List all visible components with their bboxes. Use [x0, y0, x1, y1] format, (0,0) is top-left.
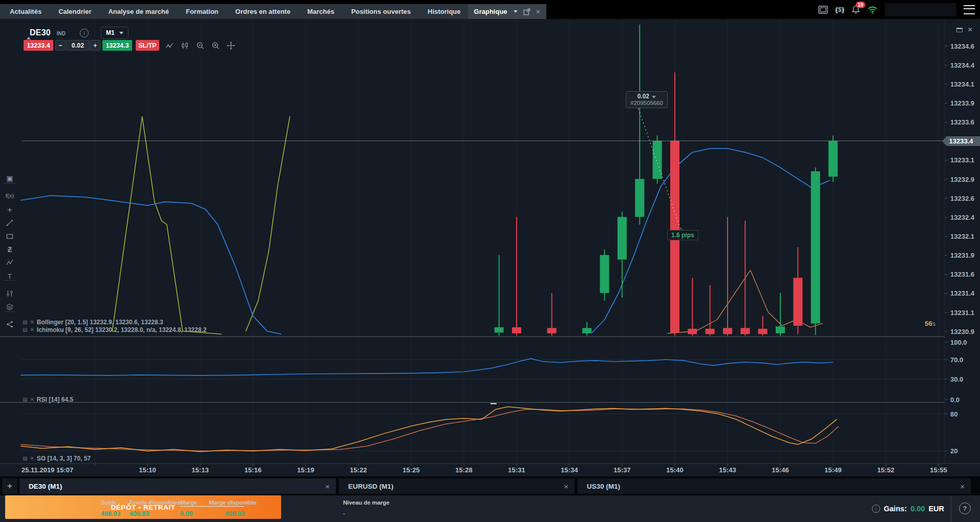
candle-countdown: 56s — [925, 320, 935, 327]
external-link-icon[interactable] — [523, 8, 531, 16]
top-bar: ActualitésCalendrierAnalyse de marchéFor… — [0, 0, 980, 19]
volume-decrease-button[interactable]: − — [55, 40, 66, 51]
payments-icon[interactable]: ⸨$⸩ — [835, 6, 844, 13]
stat-value: - — [343, 510, 390, 517]
oscillator-tick-label: 80 — [950, 410, 957, 418]
wifi-icon[interactable] — [867, 6, 878, 14]
order-tooltip[interactable]: 0.02 #209505660 — [626, 91, 668, 108]
info-icon[interactable]: i — [80, 29, 89, 37]
divider — [3, 280, 15, 281]
price-direction-icon — [27, 37, 31, 39]
chart-tab-eurusd-m1-[interactable]: EURUSD (M1)× — [339, 478, 574, 494]
nav-item-calendrier[interactable]: Calendrier — [51, 4, 98, 19]
close-icon[interactable]: × — [536, 8, 541, 15]
time-tick-label: 15:25 — [402, 466, 419, 474]
line-chart-mode-icon[interactable] — [164, 40, 175, 51]
candlestick-mode-icon[interactable] — [179, 40, 190, 51]
close-icon[interactable]: × — [960, 482, 965, 491]
rsi-label-row: ▤ ✕ RSI [14] 64.5 — [23, 396, 73, 403]
chart-type-icon[interactable]: ▣ — [3, 173, 16, 184]
help-button[interactable]: ? — [959, 503, 971, 514]
chevron-down-icon[interactable] — [652, 96, 656, 98]
ichimoku-line — [246, 117, 290, 331]
time-tick-label: 15:46 — [772, 466, 789, 474]
chart-tab-de30-m1-[interactable]: DE30 (M1)× — [19, 478, 336, 494]
stat-fonds-disponibles: Fonds disponibles408.03 — [130, 499, 181, 517]
menu-icon[interactable] — [964, 5, 975, 14]
chart-tab-us30-m1-[interactable]: US30 (M1)× — [578, 478, 971, 494]
gains-value: 0.00 — [910, 505, 925, 513]
trading-app: 13234.613234.413234.113233.913233.613233… — [0, 0, 980, 522]
object-settings-icon[interactable] — [3, 288, 16, 299]
time-tick-label: 15:55 — [930, 466, 947, 474]
account-info-box[interactable] — [885, 3, 956, 16]
indicator-settings-icon[interactable]: ▤ — [23, 456, 27, 461]
elliott-wave-icon[interactable] — [3, 257, 16, 268]
sell-button[interactable]: 13233.4 — [24, 40, 53, 51]
stat-label: Fonds disponibles — [130, 499, 181, 506]
tab-graphique-label: Graphique — [474, 8, 507, 15]
price-tick-label: 13231.1 — [950, 309, 974, 317]
chart-window-controls: × — [956, 26, 972, 34]
info-icon[interactable]: i — [872, 505, 880, 513]
new-chart-button[interactable]: + — [2, 478, 17, 494]
screenshot-icon[interactable] — [818, 6, 828, 14]
time-tick-label: 15:10 — [139, 466, 156, 474]
volume-field[interactable]: 0.02 — [66, 40, 90, 51]
oscillator-tick-label: 20 — [950, 447, 957, 455]
divider — [3, 311, 15, 312]
nav-item-march-s[interactable]: Marchés — [300, 4, 342, 19]
time-tick-label: 15:31 — [508, 466, 525, 474]
zoom-out-icon[interactable] — [195, 40, 205, 51]
time-tick-label: 15:52 — [877, 466, 894, 474]
rectangle-tool-icon[interactable] — [3, 231, 16, 242]
buy-button[interactable]: 13234.3 — [102, 40, 132, 51]
nav-item-actualit-s[interactable]: Actualités — [3, 4, 49, 19]
time-tick-label: 15:16 — [244, 466, 261, 474]
symbol-name: DE30 — [30, 28, 51, 37]
indicator-settings-icon[interactable]: ▤ — [23, 320, 27, 325]
minimize-icon[interactable] — [956, 28, 963, 32]
notifications-bell-icon[interactable]: 19 — [851, 5, 860, 14]
fibonacci-icon[interactable]: Ƶ — [3, 244, 16, 255]
indicator-remove-icon[interactable]: ✕ — [30, 327, 34, 332]
share-icon[interactable] — [3, 319, 16, 330]
nav-item-analyse-de-march-[interactable]: Analyse de marché — [101, 4, 176, 19]
timeframe-dropdown[interactable]: M1 — [101, 27, 129, 39]
time-tick-label: 15:49 — [824, 466, 841, 474]
bollinger-upper-band — [21, 196, 281, 334]
stat-niveau-de-marge: Niveau de marge- — [343, 499, 390, 517]
nav-item-positions-ouvertes[interactable]: Positions ouvertes — [344, 4, 418, 19]
close-icon[interactable]: × — [564, 482, 568, 491]
nav-item-historique[interactable]: Historique — [420, 4, 467, 19]
sltp-button[interactable]: SL/TP — [136, 40, 159, 51]
price-tick-label: 13231.9 — [950, 252, 974, 259]
tab-graphique[interactable]: Graphique × — [468, 4, 547, 19]
price-tick-label: 13232.9 — [950, 176, 974, 183]
nav-item-ordres-en-attente[interactable]: Ordres en attente — [228, 4, 298, 19]
price-tick-label: 13230.9 — [950, 328, 974, 336]
close-icon[interactable]: × — [968, 26, 972, 34]
close-icon[interactable]: × — [325, 482, 330, 491]
indicator-remove-icon[interactable]: ✕ — [30, 320, 34, 325]
indicator-remove-icon[interactable]: ✕ — [30, 456, 34, 461]
trendline-icon[interactable] — [3, 217, 16, 228]
chevron-down-icon[interactable] — [514, 10, 518, 13]
nav-item-formation[interactable]: Formation — [179, 4, 226, 19]
stat-label: Solde — [101, 499, 120, 506]
chevron-down-icon — [119, 32, 123, 34]
move-tool-icon[interactable] — [225, 40, 236, 51]
indicators-icon[interactable]: f(x) — [3, 191, 16, 202]
timeframe-value: M1 — [106, 29, 115, 36]
layers-icon[interactable] — [3, 301, 16, 312]
indicator-settings-icon[interactable]: ▤ — [23, 327, 27, 332]
volume-increase-button[interactable]: + — [90, 40, 100, 51]
stat-marge: Marge0.00 — [180, 499, 197, 517]
indicator-remove-icon[interactable]: ✕ — [30, 397, 34, 402]
time-tick-label: 15:37 — [613, 466, 630, 474]
crosshair-icon[interactable]: + — [3, 204, 16, 215]
gains-currency: EUR — [928, 505, 944, 513]
zoom-in-icon[interactable] — [210, 40, 221, 51]
indicator-settings-icon[interactable]: ▤ — [23, 397, 27, 402]
tab-label: DE30 (M1) — [29, 483, 62, 490]
